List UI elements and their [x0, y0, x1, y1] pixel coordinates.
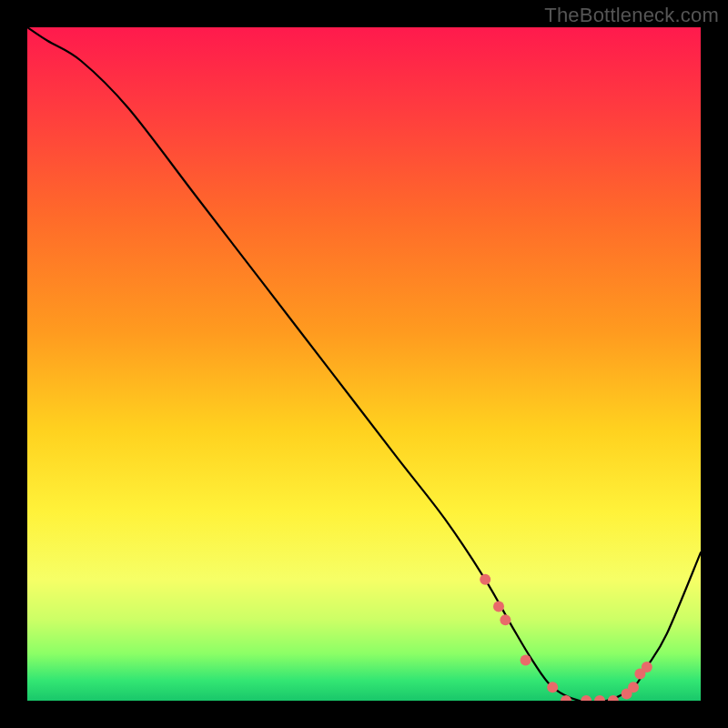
- watermark-text: TheBottleneck.com: [544, 4, 719, 27]
- marker-dot: [480, 574, 490, 585]
- marker-dot: [547, 682, 558, 693]
- marker-dot: [521, 655, 531, 666]
- marker-dot: [642, 662, 652, 672]
- marker-dot: [628, 682, 639, 693]
- marker-dot: [493, 601, 504, 612]
- chart-frame: TheBottleneck.com: [0, 0, 728, 728]
- marker-dot: [500, 614, 511, 625]
- bottleneck-chart: [27, 27, 701, 701]
- gradient-background: [27, 27, 701, 701]
